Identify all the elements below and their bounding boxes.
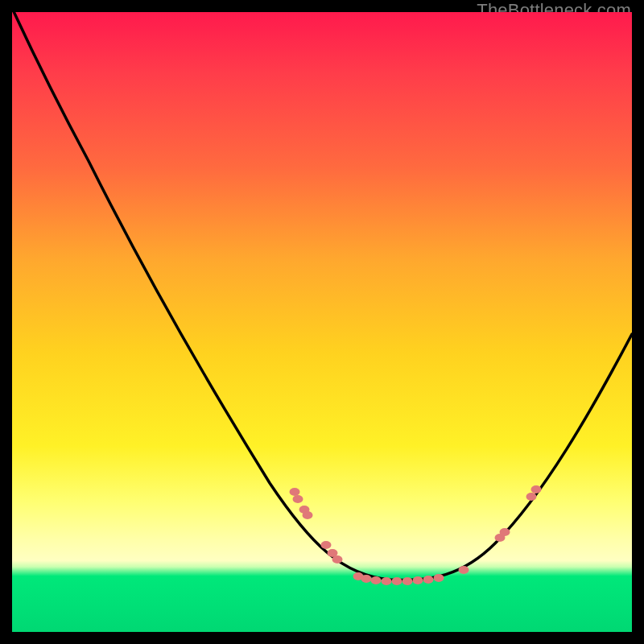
curve-marker [332, 555, 343, 564]
curve-marker [371, 576, 382, 584]
chart-plot-area [12, 12, 632, 632]
curve-marker [361, 575, 372, 583]
curve-line [12, 12, 632, 580]
chart-svg [12, 12, 632, 632]
curve-marker [413, 576, 423, 584]
curve-marker [531, 485, 542, 493]
curve-markers [290, 485, 542, 585]
curve-marker [459, 566, 469, 574]
curve-marker [293, 495, 303, 503]
curve-marker [423, 576, 434, 584]
curve-marker [500, 528, 510, 536]
curve-marker [392, 577, 402, 585]
curve-marker [303, 511, 313, 519]
curve-marker [402, 577, 413, 585]
curve-marker [290, 488, 300, 496]
curve-marker [321, 541, 332, 549]
curve-marker [526, 493, 537, 501]
curve-marker [434, 574, 444, 582]
curve-marker [382, 577, 392, 585]
